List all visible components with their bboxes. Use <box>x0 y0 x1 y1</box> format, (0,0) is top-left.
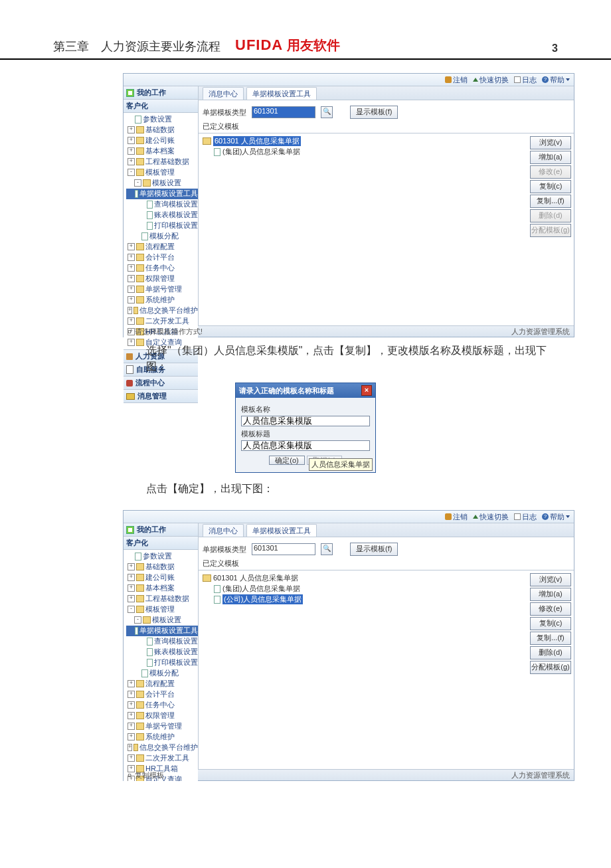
show-template-button[interactable]: 显示模板(f) <box>350 106 398 119</box>
tree-node[interactable]: +任务中心 <box>126 700 198 711</box>
tree-node[interactable]: 打印模板设置 <box>126 220 198 231</box>
tree-node[interactable]: 单据模板设置工具 <box>126 189 198 199</box>
tree-node[interactable]: -模板管理 <box>126 167 198 178</box>
expand-icon[interactable]: + <box>128 744 132 751</box>
tree-node[interactable]: +权限管理 <box>126 711 198 721</box>
sidebar-kehuhua[interactable]: 客户化 <box>124 100 198 113</box>
tree-node[interactable]: +工程基础数据 <box>126 157 198 167</box>
template-node[interactable]: (公司)人员信息采集单据 <box>203 594 570 605</box>
edit-button[interactable]: 修改(e) <box>530 602 571 616</box>
nav-tree[interactable]: 参数设置+基础数据+建公司账+基本档案+工程基础数据-模板管理-模板设置单据模板… <box>124 550 198 781</box>
expand-icon[interactable]: - <box>134 616 141 624</box>
tree-node[interactable]: 参数设置 <box>126 551 198 562</box>
expand-icon[interactable]: + <box>128 701 135 709</box>
browse-button[interactable]: 浏览(v) <box>530 136 571 149</box>
copy-as-button[interactable]: 复制...(f) <box>530 195 571 208</box>
sidebar-flow[interactable]: 流程中心 <box>124 377 198 390</box>
template-tree[interactable]: 601301 人员信息采集单据(集团)人员信息采集单据 <box>199 133 574 160</box>
tree-node[interactable]: -模板设置 <box>126 615 198 626</box>
tree-node[interactable]: 查询模板设置 <box>126 199 198 210</box>
tree-node[interactable]: +建公司账 <box>126 572 198 583</box>
assign-button[interactable]: 分配模板(g) <box>530 661 571 674</box>
expand-icon[interactable]: - <box>128 169 135 176</box>
log-link[interactable]: 日志 <box>514 75 537 85</box>
log-link[interactable]: 日志 <box>514 512 537 522</box>
expand-icon[interactable]: - <box>134 179 141 187</box>
exit-link[interactable]: 注销 <box>445 512 468 522</box>
expand-icon[interactable]: + <box>128 254 135 261</box>
tree-node[interactable]: +基本档案 <box>126 146 198 157</box>
tree-node[interactable]: -模板管理 <box>126 604 198 615</box>
sidebar-mywork[interactable]: 我的工作 <box>124 523 198 537</box>
template-tree[interactable]: 601301 人员信息采集单据(集团)人员信息采集单据(公司)人员信息采集单据 <box>199 570 574 608</box>
tree-node[interactable]: +信息交换平台维护 <box>126 742 198 753</box>
tree-node[interactable]: 单据模板设置工具 <box>126 626 198 636</box>
copy-button[interactable]: 复制(c) <box>530 617 571 630</box>
tree-node[interactable]: +二次开发工具 <box>126 316 198 327</box>
help-link[interactable]: ?帮助 <box>542 75 570 85</box>
tree-node[interactable]: +流程配置 <box>126 679 198 689</box>
expand-icon[interactable]: + <box>128 296 135 304</box>
sidebar-kehuhua[interactable]: 客户化 <box>124 537 198 550</box>
expand-icon[interactable]: - <box>128 606 135 613</box>
nav-tree[interactable]: 参数设置+基础数据+建公司账+基本档案+工程基础数据-模板管理-模板设置单据模板… <box>124 113 198 350</box>
tab-template-tool[interactable]: 单据模板设置工具 <box>246 87 317 100</box>
quick-switch-link[interactable]: 快速切换 <box>473 75 509 85</box>
expand-icon[interactable]: + <box>128 137 135 144</box>
close-button[interactable]: × <box>361 385 372 396</box>
expand-icon[interactable]: + <box>128 712 135 719</box>
help-link[interactable]: ?帮助 <box>542 512 570 522</box>
tab-message-center[interactable]: 消息中心 <box>203 524 244 537</box>
expand-icon[interactable]: + <box>128 339 135 346</box>
sidebar-msg[interactable]: 消息管理 <box>124 390 198 403</box>
tree-node[interactable]: +基础数据 <box>126 125 198 135</box>
tab-template-tool[interactable]: 单据模板设置工具 <box>246 524 317 537</box>
expand-icon[interactable]: + <box>128 307 132 314</box>
ok-button[interactable]: 确定(o) <box>269 456 304 465</box>
tree-node[interactable]: +系统维护 <box>126 732 198 742</box>
tree-node[interactable]: 账表模板设置 <box>126 210 198 220</box>
show-template-button[interactable]: 显示模板(f) <box>350 543 398 556</box>
quick-switch-link[interactable]: 快速切换 <box>473 512 509 522</box>
add-button[interactable]: 增加(a) <box>530 588 571 601</box>
expand-icon[interactable]: + <box>128 243 135 250</box>
tree-node[interactable]: +任务中心 <box>126 263 198 274</box>
name-input[interactable] <box>241 416 370 426</box>
template-node[interactable]: 601301 人员信息采集单据 <box>203 573 570 584</box>
expand-icon[interactable]: + <box>128 317 135 325</box>
tree-node[interactable]: 参数设置 <box>126 114 198 125</box>
type-input[interactable]: 601301 <box>252 106 315 118</box>
template-node[interactable]: 601301 人员信息采集单据 <box>203 136 570 147</box>
title-input[interactable] <box>241 440 370 451</box>
expand-icon[interactable]: + <box>128 126 135 133</box>
tree-node[interactable]: +会计平台 <box>126 689 198 700</box>
tree-node[interactable]: +权限管理 <box>126 274 198 284</box>
expand-icon[interactable]: + <box>128 147 135 155</box>
tree-node[interactable]: +建公司账 <box>126 135 198 146</box>
template-node[interactable]: (集团)人员信息采集单据 <box>203 147 570 157</box>
search-button[interactable]: 🔍 <box>321 106 333 118</box>
tree-node[interactable]: +基础数据 <box>126 562 198 572</box>
tree-node[interactable]: +单据号管理 <box>126 284 198 295</box>
expand-icon[interactable]: + <box>128 563 135 570</box>
delete-button[interactable]: 删除(d) <box>530 646 571 659</box>
sidebar-mywork[interactable]: 我的工作 <box>124 86 198 100</box>
tree-node[interactable]: +系统维护 <box>126 295 198 305</box>
tree-node[interactable]: 模板分配 <box>126 231 198 242</box>
tree-node[interactable]: +基本档案 <box>126 583 198 594</box>
expand-icon[interactable]: + <box>128 723 135 730</box>
expand-icon[interactable]: + <box>128 286 135 293</box>
add-button[interactable]: 增加(a) <box>530 151 571 164</box>
expand-icon[interactable]: + <box>128 595 135 602</box>
expand-icon[interactable]: + <box>128 275 135 282</box>
template-node[interactable]: (集团)人员信息采集单据 <box>203 584 570 594</box>
type-input[interactable]: 601301 <box>252 543 315 555</box>
expand-icon[interactable]: + <box>128 264 135 272</box>
tree-node[interactable]: 打印模板设置 <box>126 657 198 668</box>
tab-message-center[interactable]: 消息中心 <box>203 87 244 100</box>
tree-node[interactable]: +工程基础数据 <box>126 594 198 604</box>
tree-node[interactable]: +信息交换平台维护 <box>126 305 198 316</box>
expand-icon[interactable]: + <box>128 733 135 740</box>
tree-node[interactable]: +单据号管理 <box>126 721 198 732</box>
tree-node[interactable]: 查询模板设置 <box>126 636 198 647</box>
